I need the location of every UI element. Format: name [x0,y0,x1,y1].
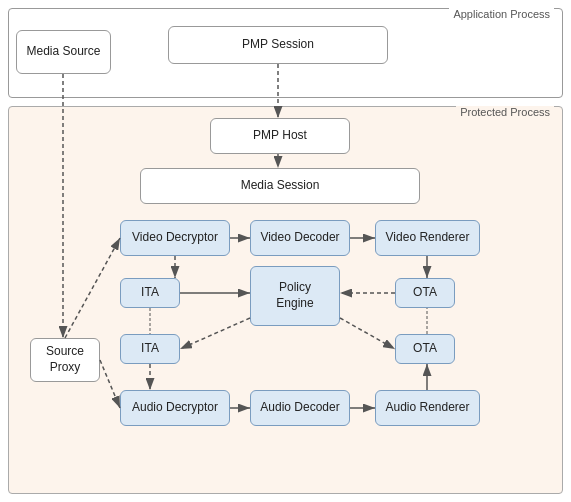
audio-renderer-box: Audio Renderer [375,390,480,426]
source-proxy-box: Source Proxy [30,338,100,382]
media-source-box: Media Source [16,30,111,74]
pmp-session-box: PMP Session [168,26,388,64]
video-renderer-box: Video Renderer [375,220,480,256]
ita-top-box: ITA [120,278,180,308]
audio-decoder-box: Audio Decoder [250,390,350,426]
video-decoder-box: Video Decoder [250,220,350,256]
ota-bottom-box: OTA [395,334,455,364]
policy-engine-box: Policy Engine [250,266,340,326]
video-decryptor-box: Video Decryptor [120,220,230,256]
app-process-label: Application Process [449,8,554,20]
pmp-host-box: PMP Host [210,118,350,154]
ita-bottom-box: ITA [120,334,180,364]
audio-decryptor-box: Audio Decryptor [120,390,230,426]
ota-top-box: OTA [395,278,455,308]
protected-process-label: Protected Process [456,106,554,118]
media-session-box: Media Session [140,168,420,204]
diagram-container: Application Process Protected Process Me… [0,0,571,502]
